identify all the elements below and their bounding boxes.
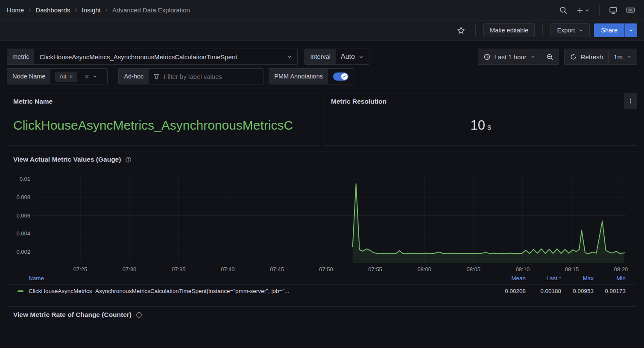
filter-funnel-icon bbox=[153, 73, 160, 80]
pmm-annotations-toggle[interactable] bbox=[333, 72, 348, 81]
metric-variable-select[interactable]: ClickHouseAsyncMetrics_AsynchronousMetri… bbox=[34, 49, 297, 64]
metric-resolution-unit: s bbox=[487, 122, 492, 131]
interval-variable-select[interactable]: Auto bbox=[336, 49, 369, 64]
variables-row-1: metric ClickHouseAsyncMetrics_Asynchrono… bbox=[7, 49, 637, 65]
metric-variable: metric ClickHouseAsyncMetrics_Asynchrono… bbox=[7, 49, 298, 65]
svg-text:08:15: 08:15 bbox=[565, 266, 579, 273]
svg-text:08:00: 08:00 bbox=[417, 266, 431, 273]
legend-last-value: 0.00188 bbox=[540, 288, 561, 294]
nav-actions bbox=[556, 3, 637, 17]
svg-text:07:40: 07:40 bbox=[221, 266, 235, 273]
timeseries-plot[interactable] bbox=[7, 327, 638, 348]
metric-variable-value: ClickHouseAsyncMetrics_AsynchronousMetri… bbox=[39, 53, 237, 61]
legend-max-value: 0.00953 bbox=[573, 288, 594, 294]
stat-panels-row: Metric Name ClickHouseAsyncMetrics_Async… bbox=[7, 93, 637, 146]
time-picker-group: Last 1 hour bbox=[478, 49, 559, 65]
panel-title[interactable]: Metric Resolution bbox=[331, 98, 386, 105]
chevron-right-icon: › bbox=[105, 6, 108, 14]
chevron-down-icon bbox=[585, 8, 590, 13]
legend-row: ClickHouseAsyncMetrics_AsynchronousMetri… bbox=[7, 284, 637, 297]
clear-all-icon[interactable] bbox=[84, 74, 90, 79]
dashboard-toolbar: Make editable Export Share bbox=[0, 20, 644, 41]
legend-min-value: 0.00173 bbox=[605, 288, 626, 294]
breadcrumb-item[interactable]: Home bbox=[7, 6, 24, 14]
chevron-down-icon bbox=[629, 28, 634, 33]
check-icon bbox=[342, 74, 346, 78]
breadcrumb-item[interactable]: Insight bbox=[82, 6, 101, 14]
svg-text:0.006: 0.006 bbox=[16, 212, 30, 219]
node-name-chip-label: All bbox=[59, 73, 66, 80]
chevron-right-icon: › bbox=[29, 6, 31, 14]
series-color-swatch[interactable] bbox=[18, 290, 23, 292]
refresh-group: Refresh 1m bbox=[564, 49, 637, 65]
time-range-picker[interactable]: Last 1 hour bbox=[478, 49, 541, 64]
legend-col-mean[interactable]: Mean bbox=[511, 275, 526, 281]
legend-col-max[interactable]: Max bbox=[583, 275, 594, 281]
metric-resolution-panel: Metric Resolution 10s bbox=[325, 93, 637, 146]
chevron-down-icon bbox=[578, 28, 583, 33]
svg-text:0.004: 0.004 bbox=[16, 230, 30, 237]
interval-variable-value: Auto bbox=[341, 53, 355, 61]
svg-text:08:05: 08:05 bbox=[467, 266, 481, 273]
adhoc-filter-input[interactable] bbox=[164, 73, 245, 80]
svg-text:07:30: 07:30 bbox=[123, 266, 137, 273]
adhoc-filter: Ad-hoc bbox=[118, 68, 263, 84]
legend-col-min[interactable]: Min bbox=[616, 275, 626, 281]
clock-icon bbox=[483, 53, 491, 61]
refresh-button[interactable]: Refresh bbox=[565, 49, 609, 64]
share-split-button: Share bbox=[594, 23, 637, 37]
refresh-interval-select[interactable]: 1m bbox=[609, 49, 637, 64]
chevron-down-icon bbox=[92, 74, 97, 79]
metric-name-value: ClickHouseAsyncMetrics_AsynchronousMetri… bbox=[7, 118, 293, 133]
metric-variable-label: metric bbox=[7, 49, 34, 64]
time-range-label: Last 1 hour bbox=[495, 53, 527, 61]
interval-variable: Interval Auto bbox=[304, 49, 369, 65]
chevron-down-icon bbox=[358, 54, 364, 60]
star-icon[interactable] bbox=[454, 23, 468, 37]
svg-text:08:10: 08:10 bbox=[516, 266, 530, 273]
variables-row-2: Node Name All Ad-hoc PMM Annotations bbox=[7, 68, 637, 84]
search-icon[interactable] bbox=[556, 3, 570, 17]
zoom-out-icon bbox=[546, 53, 553, 61]
dashboard-canvas: metric ClickHouseAsyncMetrics_Asynchrono… bbox=[0, 41, 644, 348]
counter-chart-panel: View Metric Rate of Change (Counter) bbox=[7, 306, 637, 348]
svg-text:0.008: 0.008 bbox=[16, 194, 30, 200]
share-menu-button[interactable] bbox=[624, 23, 637, 37]
kiosk-mode-icon[interactable] bbox=[606, 3, 620, 17]
export-button[interactable]: Export bbox=[550, 23, 590, 37]
chevron-down-icon bbox=[287, 54, 292, 60]
chevron-down-icon bbox=[530, 54, 536, 59]
panel-title[interactable]: Metric Name bbox=[13, 98, 53, 105]
chevron-down-icon bbox=[626, 54, 632, 59]
node-name-chip[interactable]: All bbox=[56, 72, 77, 81]
keyboard-shortcuts-icon[interactable] bbox=[624, 3, 637, 17]
node-name-label: Node Name bbox=[7, 69, 50, 84]
add-menu-button[interactable] bbox=[574, 3, 592, 17]
svg-text:08:20: 08:20 bbox=[614, 266, 628, 273]
metric-resolution-value: 10s bbox=[325, 118, 637, 133]
svg-text:0.01: 0.01 bbox=[20, 176, 30, 182]
make-editable-button[interactable]: Make editable bbox=[483, 23, 535, 37]
refresh-interval-value: 1m bbox=[614, 53, 623, 61]
close-icon[interactable] bbox=[69, 74, 73, 79]
series-name[interactable]: ClickHouseAsyncMetrics_AsynchronousMetri… bbox=[29, 288, 466, 294]
node-name-select[interactable]: All bbox=[50, 69, 107, 84]
metric-resolution-number: 10 bbox=[471, 118, 485, 133]
breadcrumb-item: Advanced Data Exploration bbox=[112, 6, 190, 14]
refresh-label: Refresh bbox=[581, 53, 603, 61]
toolbar-divider bbox=[475, 25, 476, 35]
breadcrumb-item[interactable]: Dashboards bbox=[35, 6, 70, 14]
svg-text:07:50: 07:50 bbox=[319, 266, 333, 273]
zoom-out-time-button[interactable] bbox=[541, 49, 559, 64]
legend-table: Name Mean Last * Max Min ClickHouseAsync… bbox=[7, 275, 637, 297]
svg-text:07:35: 07:35 bbox=[172, 266, 186, 273]
legend-col-last[interactable]: Last * bbox=[546, 275, 561, 281]
export-label: Export bbox=[557, 27, 575, 34]
info-icon[interactable] bbox=[136, 312, 142, 318]
panel-menu-kebab-icon[interactable] bbox=[624, 93, 637, 109]
share-button[interactable]: Share bbox=[594, 23, 624, 37]
legend-col-name[interactable]: Name bbox=[29, 275, 44, 281]
svg-text:07:45: 07:45 bbox=[270, 266, 284, 273]
panel-title[interactable]: View Metric Rate of Change (Counter) bbox=[13, 311, 132, 319]
metric-name-panel: Metric Name ClickHouseAsyncMetrics_Async… bbox=[7, 93, 321, 146]
